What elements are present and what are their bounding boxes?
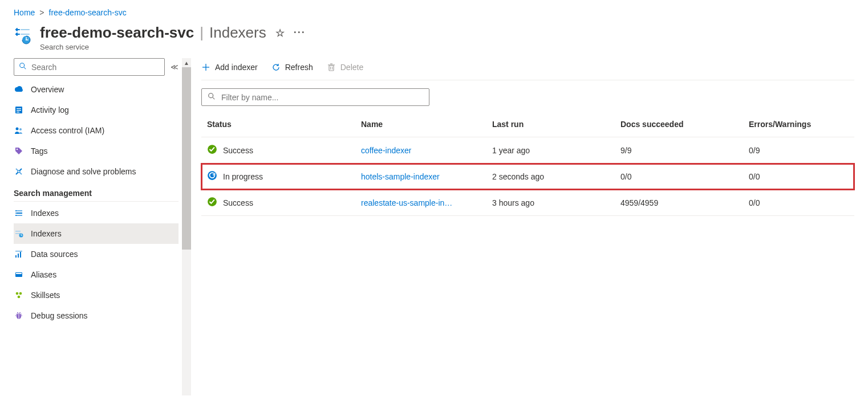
indexer-name-link[interactable]: realestate-us-sample-in… (361, 198, 452, 207)
plus-icon (201, 63, 210, 72)
svg-point-20 (15, 215, 17, 216)
sidebar-item-label: Debug sessions (31, 311, 88, 320)
data-sources-icon (14, 250, 24, 259)
indexers-resource-icon (14, 24, 32, 46)
svg-point-18 (15, 210, 17, 211)
sidebar-item-label: Indexes (31, 209, 59, 218)
col-docs[interactable]: Docs succeeded (615, 112, 743, 137)
sidebar-item-skillsets[interactable]: Skillsets (14, 285, 179, 305)
svg-rect-10 (17, 112, 19, 112)
sidebar-search[interactable] (14, 58, 165, 76)
sidebar-item-label: Diagnose and solve problems (31, 167, 136, 176)
toolbar: Add indexer Refresh Delete (201, 58, 854, 80)
sidebar: ≪ Overview Activity log Access control (… (0, 58, 191, 395)
sidebar-item-data-sources[interactable]: Data sources (14, 244, 179, 264)
indexes-icon (14, 209, 24, 218)
main-content: Add indexer Refresh Delete Stat (191, 58, 868, 395)
col-errors[interactable]: Errors/Warnings (743, 112, 854, 137)
sidebar-item-label: Skillsets (31, 291, 60, 300)
col-name[interactable]: Name (355, 112, 486, 137)
table-row[interactable]: In progresshotels-sample-indexer2 second… (201, 164, 854, 190)
svg-rect-43 (329, 66, 334, 71)
svg-rect-21 (15, 231, 21, 232)
sidebar-item-diagnose[interactable]: Diagnose and solve problems (14, 161, 179, 182)
svg-rect-1 (21, 34, 30, 35)
indexers-table: Status Name Last run Docs succeeded Erro… (201, 112, 854, 216)
svg-point-5 (20, 63, 25, 68)
sidebar-item-indexers[interactable]: Indexers (14, 223, 179, 244)
resource-type-label: Search service (40, 43, 306, 51)
sidebar-item-label: Overview (31, 85, 64, 94)
people-icon (14, 126, 24, 135)
filter-input-wrapper[interactable] (201, 88, 429, 106)
svg-line-38 (21, 314, 22, 315)
sidebar-item-label: Tags (31, 146, 48, 156)
search-icon (208, 92, 216, 102)
sidebar-item-access-control[interactable]: Access control (IAM) (14, 120, 179, 141)
svg-point-32 (18, 296, 21, 299)
tag-icon (14, 146, 24, 156)
indexer-name-link[interactable]: hotels-sample-indexer (361, 172, 440, 181)
sidebar-item-label: Aliases (31, 270, 56, 279)
section-name: Indexers (209, 24, 266, 42)
errors-cell: 0/0 (743, 164, 854, 190)
svg-line-49 (213, 97, 215, 100)
svg-point-19 (15, 213, 17, 214)
col-last-run[interactable]: Last run (486, 112, 615, 137)
add-indexer-button[interactable]: Add indexer (201, 63, 258, 72)
in-progress-icon (207, 170, 217, 182)
svg-rect-3 (27, 38, 29, 39)
sidebar-item-label: Activity log (31, 105, 69, 115)
svg-point-39 (17, 312, 18, 313)
sidebar-item-overview[interactable]: Overview (14, 79, 179, 100)
breadcrumb-current[interactable]: free-demo-search-svc (49, 8, 127, 17)
sidebar-search-input[interactable] (31, 63, 160, 72)
docs-cell: 0/0 (615, 164, 743, 190)
table-row[interactable]: Successrealestate-us-sample-in…3 hours a… (201, 190, 854, 216)
sidebar-item-label: Indexers (31, 229, 62, 238)
svg-rect-0 (21, 29, 30, 30)
sidebar-item-tags[interactable]: Tags (14, 141, 179, 161)
bug-icon (14, 311, 24, 320)
success-icon (207, 197, 217, 209)
svg-point-4 (25, 39, 27, 41)
scrollbar-thumb[interactable] (182, 67, 191, 250)
svg-rect-9 (17, 110, 21, 111)
last-run-cell: 3 hours ago (486, 190, 615, 216)
scroll-up-icon[interactable]: ▲ (182, 58, 191, 67)
breadcrumb-separator: > (39, 8, 44, 17)
collapse-sidebar-icon[interactable]: ≪ (171, 63, 179, 71)
sidebar-item-label: Data sources (31, 250, 78, 259)
col-status[interactable]: Status (201, 112, 355, 137)
indexer-name-link[interactable]: coffee-indexer (361, 146, 411, 155)
page-header: free-demo-search-svc | Indexers ☆ ··· Se… (0, 22, 868, 58)
status-text: In progress (223, 172, 263, 181)
filter-input[interactable] (221, 93, 423, 102)
favorite-star-icon[interactable]: ☆ (275, 27, 285, 39)
svg-point-14 (18, 170, 20, 173)
svg-line-6 (24, 67, 26, 70)
status-text: Success (223, 146, 253, 155)
docs-cell: 9/9 (615, 137, 743, 164)
more-menu-icon[interactable]: ··· (294, 27, 306, 39)
refresh-button[interactable]: Refresh (271, 63, 313, 72)
sidebar-item-aliases[interactable]: Aliases (14, 264, 179, 285)
breadcrumb-home[interactable]: Home (14, 8, 35, 17)
svg-rect-22 (15, 233, 21, 234)
trash-icon (327, 63, 336, 72)
sidebar-item-indexes[interactable]: Indexes (14, 203, 179, 223)
svg-point-30 (16, 292, 19, 295)
indexers-icon (14, 229, 24, 238)
page-title: free-demo-search-svc | Indexers ☆ ··· (40, 24, 306, 42)
table-row[interactable]: Successcoffee-indexer1 year ago9/90/9 (201, 137, 854, 164)
sidebar-item-debug-sessions[interactable]: Debug sessions (14, 305, 179, 326)
refresh-icon (271, 63, 281, 72)
sidebar-item-label: Access control (IAM) (31, 126, 104, 135)
sidebar-item-activity-log[interactable]: Activity log (14, 100, 179, 120)
svg-rect-24 (15, 255, 17, 258)
resource-name: free-demo-search-svc (40, 24, 194, 42)
last-run-cell: 2 seconds ago (486, 164, 615, 190)
sidebar-scrollbar[interactable]: ▲ (182, 58, 191, 395)
errors-cell: 0/0 (743, 190, 854, 216)
svg-rect-26 (20, 252, 21, 258)
